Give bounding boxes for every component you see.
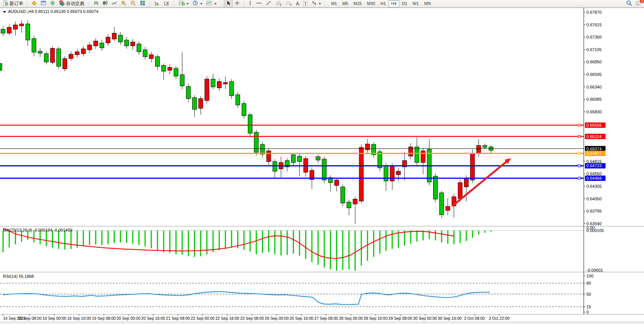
svg-text:3 Oct 22:00: 3 Oct 22:00 [489,316,509,321]
svg-text:80: 80 [586,281,591,285]
indicators-icon [179,0,185,7]
svg-text:26 Sep 16:00: 26 Sep 16:00 [289,316,313,321]
new-order-icon [3,0,8,7]
symbol-dropdown-icon[interactable] [3,11,6,13]
candlestick-chart-button[interactable] [101,0,110,8]
cursor-icon [226,0,231,7]
macd-name: MACD(12,26,9) [3,228,32,232]
main-toolbar: 新订单 自动交易 [0,0,644,8]
auto-scroll-button[interactable] [153,0,162,8]
chart-area[interactable]: 0.678700.676150.673600.671050.668500.665… [0,0,644,324]
toolbar-grip [220,1,222,6]
chart-shift-icon [164,0,170,7]
svg-text:30 Sep 16:00: 30 Sep 16:00 [438,316,462,321]
svg-text:0.66595: 0.66595 [586,72,602,77]
chart-shift-button[interactable] [162,0,172,8]
tile-windows-button[interactable] [138,0,147,8]
svg-text:16 Sep 16:00: 16 Sep 16:00 [67,316,91,321]
fibonacci-tool[interactable]: F [284,0,294,8]
timeframe-button-m30[interactable]: M30 [364,0,377,7]
arrows-tool[interactable] [310,0,323,8]
templates-icon [206,0,212,7]
svg-text:23 Sep 08:00: 23 Sep 08:00 [240,316,264,321]
crosshair-tool-button[interactable] [233,0,242,8]
zoom-out-button[interactable] [128,0,138,8]
new-order-label: 新订单 [10,0,23,7]
data-window-button[interactable] [39,0,48,8]
horizontal-line-tool[interactable] [254,0,264,8]
dropdown-caret-icon [319,3,321,5]
svg-text:16 Sep 00:00: 16 Sep 00:00 [42,316,66,321]
bar-chart-icon [93,0,99,7]
timeframe-button-w1[interactable]: W1 [410,0,422,7]
svg-text:0.64468: 0.64468 [586,176,602,181]
svg-text:0.64977: 0.64977 [586,151,602,156]
zoom-out-icon [130,0,136,7]
svg-text:0.65830: 0.65830 [586,110,602,114]
text-label-tool[interactable]: T [301,0,310,7]
toolbar-grip [325,1,326,6]
svg-text:0.66850: 0.66850 [586,60,602,64]
line-chart-icon [112,0,117,7]
svg-text:0.64050: 0.64050 [586,197,602,201]
timeframe-button-h4[interactable]: H4 [389,0,399,7]
trendline-tool[interactable] [264,0,273,8]
svg-text:0.67105: 0.67105 [586,47,602,52]
text-tool-icon: A [296,1,299,6]
search-icon[interactable] [626,0,632,7]
line-chart-button[interactable] [110,0,119,8]
svg-text:15 Sep 08:00: 15 Sep 08:00 [18,316,42,321]
rsi-value: 55.1868 [19,274,34,279]
svg-text:29 Sep 08:00: 29 Sep 08:00 [389,316,413,321]
notifications-icon[interactable]: 1 [635,0,642,7]
svg-text:0.66085: 0.66085 [586,97,602,102]
new-order-button[interactable]: 新订单 [1,0,25,8]
window-bottom-strip [0,321,644,324]
macd-indicator-label: MACD(12,26,9) -0.000184 -0.001499 [3,228,72,232]
market-watch-button[interactable] [30,0,39,8]
fibonacci-icon: F [286,0,292,7]
zoom-in-button[interactable] [119,0,128,8]
timeframe-button-m5[interactable]: M5 [340,0,351,7]
periods-button[interactable] [191,0,204,8]
rsi-name: RSI(14) [3,274,18,279]
autotrade-button[interactable]: 自动交易 [57,0,86,8]
svg-text:0.64560: 0.64560 [586,171,602,176]
macd-values: -0.000184 -0.001499 [33,228,72,232]
svg-text:27 Sep 08:00: 27 Sep 08:00 [314,316,338,321]
dropdown-caret-icon [186,3,189,5]
notification-badge: 1 [640,0,644,3]
svg-text:0.63795: 0.63795 [586,209,602,213]
timeframe-button-m1[interactable]: M1 [328,0,339,7]
navigator-button[interactable] [48,0,57,8]
svg-text:28 Sep 00:00: 28 Sep 00:00 [339,316,363,321]
tile-windows-icon [140,0,145,7]
timeframe-button-h1[interactable]: H1 [378,0,389,7]
svg-text:0.67870: 0.67870 [586,10,602,15]
arrows-tool-icon [312,0,317,7]
bar-chart-button[interactable] [92,0,101,8]
navigator-icon [50,0,55,7]
svg-text:0.66340: 0.66340 [586,85,602,89]
indicators-button[interactable] [177,0,191,8]
cursor-tool-button[interactable] [224,0,233,8]
templates-button[interactable] [204,0,218,8]
channel-tool[interactable]: E [273,0,284,8]
svg-text:26 Sep 00:00: 26 Sep 00:00 [265,316,289,321]
trendline-icon [266,0,271,7]
svg-text:19 Sep 08:00: 19 Sep 08:00 [92,316,116,321]
toolbar-grip [149,1,151,6]
vertical-line-tool[interactable] [246,0,254,8]
timeframe-button-mn[interactable]: MN [421,0,433,7]
text-tool[interactable]: A [294,0,301,7]
svg-text:0.67360: 0.67360 [586,35,602,39]
svg-text:21 Sep 08:00: 21 Sep 08:00 [166,316,190,321]
candlestick-chart-icon [103,0,108,7]
svg-text:0.65074: 0.65074 [586,147,602,151]
svg-text:15: 15 [586,305,591,309]
svg-text:0.65324: 0.65324 [586,134,602,139]
timeframe-button-d1[interactable]: D1 [399,0,410,7]
svg-text:0.64723: 0.64723 [586,163,602,168]
dropdown-caret-icon [200,3,202,5]
timeframe-button-m15[interactable]: M15 [351,0,364,7]
